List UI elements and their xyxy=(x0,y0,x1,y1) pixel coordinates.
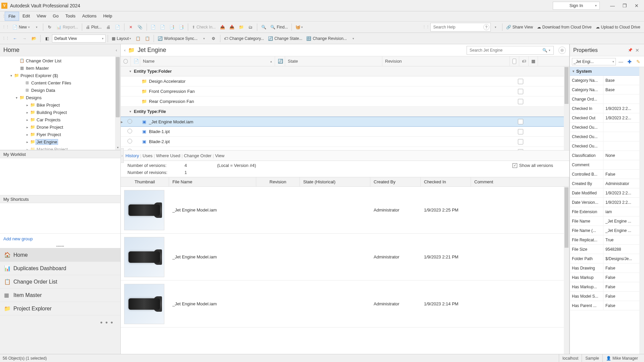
menu-view[interactable]: View xyxy=(33,12,49,21)
prop-row[interactable]: Has Model S...False xyxy=(570,292,644,301)
prop-row[interactable]: Date Modified1/9/2023 2:2... xyxy=(570,188,644,198)
col-name[interactable]: Name▴ xyxy=(140,56,275,66)
history-scrollbar[interactable] xyxy=(564,187,569,354)
checkout-button[interactable]: 📤 xyxy=(218,23,227,32)
hcol-filename[interactable]: File Name xyxy=(169,177,256,186)
tab-uses[interactable]: Uses xyxy=(143,153,153,158)
search-dropdown-icon[interactable]: ▾ xyxy=(549,49,553,52)
hcol-thumbnail[interactable]: Thumbnail xyxy=(121,177,169,186)
expand-detail-icon[interactable]: › xyxy=(120,148,124,163)
tree-node-4[interactable]: ⊞Design Data xyxy=(0,86,120,94)
prop-row[interactable]: Checked In1/9/2023 2:2... xyxy=(570,104,644,113)
tree-node-2[interactable]: ▾📁Project Explorer ($) xyxy=(0,72,120,79)
share-view-button[interactable]: 🔗Share View xyxy=(504,23,535,32)
prop-row[interactable]: ClassificationNone xyxy=(570,151,644,160)
tree-node-10[interactable]: ▸📁Flyer Project xyxy=(0,131,120,138)
prop-row[interactable]: Checked Ou... xyxy=(570,123,644,132)
panel-toggle-button[interactable]: ◧ xyxy=(43,34,51,43)
file-row[interactable]: ▣Blade-3.ipt xyxy=(121,147,569,150)
find-button[interactable]: 🔍Find... xyxy=(269,23,289,32)
tree-scrollbar[interactable]: ▴▾ xyxy=(115,56,120,150)
minimize-button[interactable]: — xyxy=(606,1,619,10)
folder-row[interactable]: 📁Design Accelerator xyxy=(121,76,569,86)
hcol-createdby[interactable]: Created By xyxy=(370,177,421,186)
add-prop-button[interactable]: ✚ xyxy=(626,58,633,65)
prop-row[interactable]: Controlled B...False xyxy=(570,170,644,179)
doc1-button[interactable]: 📄 xyxy=(149,23,158,32)
col-grid-icon[interactable]: ▦ xyxy=(529,56,538,66)
prop-row[interactable]: Has MarkupFalse xyxy=(570,273,644,282)
download-cloud-button[interactable]: ☁Download from Cloud Drive xyxy=(535,23,593,32)
doc3-button[interactable]: 📑 xyxy=(168,23,176,32)
prop-row[interactable]: Change Ord... xyxy=(570,95,644,104)
rev-dropdown[interactable]: ▾ xyxy=(349,34,358,43)
tab-change-order[interactable]: Change Order xyxy=(184,153,211,158)
forward-button[interactable]: → xyxy=(20,34,29,43)
undo-checkout-button[interactable]: 📥 xyxy=(227,23,236,32)
nav-more-button[interactable]: ● ● ● xyxy=(0,315,120,329)
tree-node-5[interactable]: ▾📁Designs xyxy=(0,94,120,101)
doc4-button[interactable]: 📑 xyxy=(177,23,186,32)
prop-row[interactable]: Created ByAdministrator xyxy=(570,179,644,188)
prop-group-system[interactable]: ▾System xyxy=(570,67,644,76)
remove-prop-button[interactable]: — xyxy=(617,58,625,65)
hcol-checkedin[interactable]: Checked In xyxy=(421,177,471,186)
menu-help[interactable]: Help xyxy=(100,12,116,21)
prop-row[interactable]: Has Markup...False xyxy=(570,282,644,292)
nav-change-order-list[interactable]: 📋Change Order List xyxy=(0,275,120,289)
add-group-link[interactable]: Add new group xyxy=(0,233,120,244)
new-button[interactable]: 📄New▾ xyxy=(11,23,32,32)
help-dropdown[interactable]: ▾ xyxy=(491,23,500,32)
menu-go[interactable]: Go xyxy=(49,12,62,21)
menu-tools[interactable]: Tools xyxy=(62,12,79,21)
prop-row[interactable]: Folder Path$/Designs/Je... xyxy=(570,254,644,263)
print-preview-button[interactable]: 📄 xyxy=(113,23,122,32)
props-scrollbar[interactable] xyxy=(639,67,644,354)
new-dropdown[interactable]: ▾ xyxy=(32,23,41,32)
help-icon[interactable]: ? xyxy=(483,24,489,30)
tree-node-0[interactable]: 📋Change Order List xyxy=(0,57,120,64)
search-help-input[interactable] xyxy=(430,23,491,32)
history-row[interactable]: _Jet Engine Model.iamAdministrator1/9/20… xyxy=(121,234,569,281)
hcol-revision[interactable]: Revision xyxy=(256,177,300,186)
change-state-button[interactable]: 🔄Change State... xyxy=(266,34,304,43)
menu-edit[interactable]: Edit xyxy=(19,12,33,21)
tree-node-6[interactable]: ▸📁Bike Project xyxy=(0,101,120,109)
prop-row[interactable]: Category Na...Base xyxy=(570,85,644,95)
nav-item-master[interactable]: ▦Item Master xyxy=(0,289,120,302)
folder-row[interactable]: 📁Front Compression Fan xyxy=(121,86,569,97)
view-dropdown[interactable]: Default View xyxy=(52,35,106,43)
delete-button[interactable]: ✕ xyxy=(126,23,135,32)
prop-row[interactable]: Category Na...Base xyxy=(570,76,644,85)
file-row[interactable]: ▸▣_Jet Engine Model.iam xyxy=(121,117,569,127)
search-icon[interactable]: 🔍 xyxy=(541,48,549,53)
up-button[interactable]: 📂 xyxy=(30,34,38,43)
splitter-dots[interactable]: ▪▪▪▪▪▪ xyxy=(0,244,120,248)
refresh-button[interactable]: ↻ xyxy=(45,23,54,32)
file-row[interactable]: ▣Blade-2.ipt xyxy=(121,137,569,147)
tree-node-12[interactable]: ▸📁Machine Project xyxy=(0,145,120,150)
sign-in-dropdown[interactable]: Sign In xyxy=(553,2,600,10)
col-revision[interactable]: Revision xyxy=(382,56,510,66)
get-button[interactable]: 📁 xyxy=(237,23,246,32)
tab-where-used[interactable]: Where Used xyxy=(156,153,180,158)
prop-row[interactable]: Checked Out1/9/2023 2:2... xyxy=(570,113,644,123)
basket-button[interactable]: 🧺▾ xyxy=(294,23,305,32)
property-selector[interactable]: _Jet Engi... xyxy=(572,58,616,65)
doc2-button[interactable]: 📄 xyxy=(158,23,167,32)
search-folder-input[interactable] xyxy=(467,48,541,53)
tree-node-3[interactable]: ⊞Content Center Files xyxy=(0,79,120,86)
ws-dropdown[interactable]: ▾ xyxy=(200,34,209,43)
back-button[interactable]: ← xyxy=(11,34,19,43)
view-settings-icon[interactable]: ◎ xyxy=(558,47,566,54)
close-panel-icon[interactable]: ✕ xyxy=(634,48,641,53)
layout-button[interactable]: ▦Layout▾ xyxy=(110,34,133,43)
edit-prop-button[interactable]: ✎ xyxy=(635,58,642,65)
status-column-icon[interactable] xyxy=(123,59,128,64)
prop-row[interactable]: File Replicat...True xyxy=(570,235,644,245)
history-row[interactable]: _Jet Engine Model.iamAdministrator1/9/20… xyxy=(121,281,569,327)
print-button[interactable]: 🖨 xyxy=(104,23,113,32)
prop-row[interactable]: File Name (..._Jet Engine ... xyxy=(570,226,644,235)
plot-button[interactable]: 🖨Plot... xyxy=(84,23,103,32)
nav-duplicates-dashboard[interactable]: 📊Duplicates Dashboard xyxy=(0,262,120,275)
